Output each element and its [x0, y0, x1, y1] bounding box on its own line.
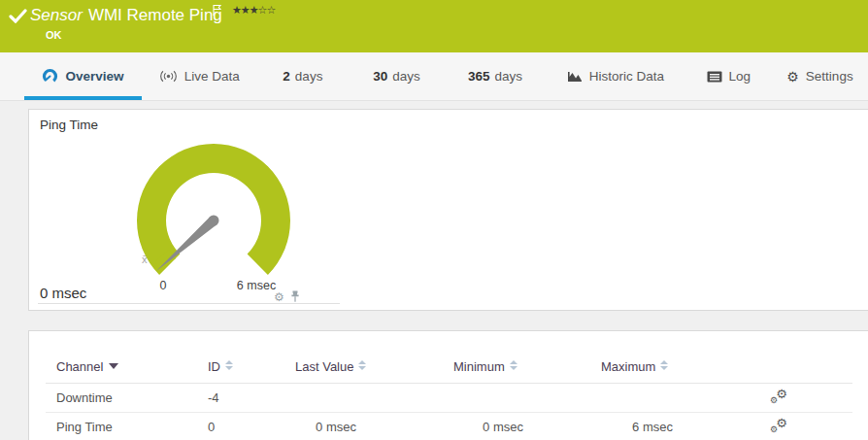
tab-number: 365: [468, 69, 490, 84]
gauge-separator: [38, 303, 340, 304]
gauge-scale-max: 6 msec: [237, 279, 276, 292]
sort-icon: [225, 360, 233, 370]
tab-365-days[interactable]: 365 days: [445, 52, 546, 100]
tab-number: 2: [283, 69, 290, 84]
table-row: Ping Time 0 0 msec 0 msec 6 msec ⚙⚙: [46, 412, 852, 440]
log-icon: [707, 71, 722, 83]
tab-2-days[interactable]: 2 days: [257, 52, 349, 100]
table-row: Downtime -4 ⚙⚙: [46, 383, 852, 412]
tab-label: days: [495, 69, 523, 84]
sensor-header: SensorWMI Remote Ping ★★★☆☆ OK: [0, 0, 868, 52]
cell-last-value: 0 msec: [295, 412, 368, 440]
cell-id: -4: [208, 383, 295, 412]
column-header-actions: [673, 331, 852, 383]
cell-minimum: [368, 383, 526, 412]
tab-overview[interactable]: Overview: [24, 52, 142, 100]
sort-icon: [358, 360, 366, 370]
stars-filled: ★★★: [232, 4, 258, 16]
column-header-maximum[interactable]: Maximum: [526, 331, 673, 383]
gauge-icon: [42, 68, 58, 85]
cell-channel: Downtime: [46, 383, 208, 412]
gauge-pin-icon[interactable]: [290, 290, 300, 303]
cell-maximum: 6 msec: [526, 412, 673, 440]
priority-stars[interactable]: ★★★☆☆: [232, 4, 275, 17]
live-data-icon: [159, 70, 178, 83]
gauge-average-marker: x̄: [142, 254, 148, 265]
flag-icon: [213, 4, 222, 17]
sort-icon: [510, 360, 517, 370]
tab-label: days: [295, 69, 323, 84]
tab-30-days[interactable]: 30 days: [349, 52, 445, 100]
tab-label: Live Data: [184, 69, 240, 84]
column-header-last-value[interactable]: Last Value: [295, 331, 368, 383]
page-title: WMI Remote Ping: [88, 6, 222, 24]
channel-table: Channel ID Last Value Minimum Maximum Do…: [46, 331, 852, 440]
status-badge: OK: [46, 29, 62, 41]
sort-icon: [660, 360, 668, 370]
tab-number: 30: [373, 69, 387, 84]
tab-bar: Overview Live Data 2 days 30 days 365 da…: [0, 52, 868, 101]
cell-channel: Ping Time: [46, 412, 208, 440]
channel-table-panel: Channel ID Last Value Minimum Maximum Do…: [28, 330, 868, 440]
tab-label: Overview: [65, 69, 123, 84]
tab-log[interactable]: Log: [685, 52, 772, 100]
gauge-panel: Ping Time x̄ 0 6 msec 0 msec ⚙: [28, 109, 868, 311]
tab-live-data[interactable]: Live Data: [142, 52, 257, 100]
gauge-chart: x̄ 0 6 msec: [40, 135, 341, 295]
gauge-title: Ping Time: [40, 118, 98, 132]
sensor-type-label: Sensor: [30, 6, 83, 24]
tab-label: days: [392, 69, 420, 84]
stars-empty: ☆☆: [258, 4, 276, 16]
gauge-arc: [137, 144, 290, 275]
settings-gear-icon: ⚙: [786, 70, 799, 84]
column-header-minimum[interactable]: Minimum: [368, 331, 526, 383]
sort-desc-icon: [109, 363, 118, 369]
tab-settings[interactable]: ⚙ Settings: [772, 52, 868, 100]
channel-settings-icon[interactable]: ⚙⚙: [770, 389, 787, 404]
column-header-channel[interactable]: Channel: [46, 331, 208, 383]
cell-id: 0: [208, 412, 295, 440]
gauge-current-value: 0 msec: [40, 285, 86, 301]
cell-last-value: [295, 383, 368, 412]
cell-maximum: [526, 383, 673, 412]
column-header-id[interactable]: ID: [208, 331, 295, 383]
cell-minimum: 0 msec: [368, 412, 526, 440]
channel-settings-icon[interactable]: ⚙⚙: [770, 418, 787, 433]
table-header-row: Channel ID Last Value Minimum Maximum: [46, 331, 852, 383]
gauge-scale-min: 0: [160, 279, 167, 292]
active-tab-underline: [24, 96, 142, 100]
historic-chart-icon: [567, 70, 583, 83]
tab-label: Historic Data: [589, 69, 664, 84]
check-icon: [9, 9, 27, 23]
gauge-settings-icon[interactable]: ⚙: [274, 291, 284, 303]
tab-historic-data[interactable]: Historic Data: [546, 52, 685, 100]
tab-label: Log: [729, 69, 751, 84]
tab-label: Settings: [806, 69, 853, 84]
